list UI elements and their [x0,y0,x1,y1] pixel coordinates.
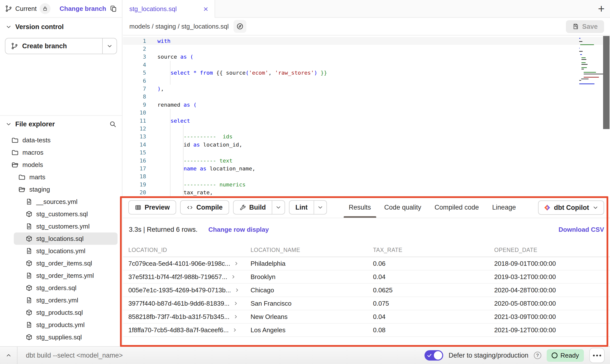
code-line-12[interactable]: 12 [123,125,610,132]
code-line-15[interactable]: 15 [123,149,610,156]
code-lines: 1with23source as (45 select * from {{ so… [123,36,610,197]
file-tree-item-models[interactable]: models [0,159,122,171]
expand-row-icon[interactable] [233,301,238,306]
code-line-5[interactable]: 5 select * from {{ source('ecom', 'raw_s… [123,69,610,77]
file-name: marts [29,173,45,181]
file-tree-item-macros[interactable]: macros [0,146,122,159]
tax-rate: 0.075 [373,300,494,307]
file-explorer-header[interactable]: File explorer [0,117,122,131]
file-tree-item-stg-order-items-yml[interactable]: stg_order_items.yml [0,269,122,282]
save-button[interactable]: Save [566,20,604,33]
change-branch-link[interactable]: Change branch [60,5,106,13]
expand-row-icon[interactable] [233,314,238,319]
tab-results[interactable]: Results [342,197,378,218]
file-tree-item-stg-locations-sql[interactable]: stg_locations.sql [14,232,118,245]
change-row-display-link[interactable]: Change row display [208,226,269,233]
code-editor[interactable]: 1with23source as (45 select * from {{ so… [123,36,610,197]
code-line-14[interactable]: 14 id as location_id, [123,141,610,149]
copy-icon[interactable] [110,5,117,12]
file-icon [26,272,33,279]
code-line-8[interactable]: 8 [123,93,610,101]
preview-button[interactable]: Preview [128,200,176,215]
file-tree-item-stg-products-yml[interactable]: stg_products.yml [0,319,122,331]
code-line-3[interactable]: 3source as ( [123,53,610,61]
lock-icon [42,6,48,11]
lint-button[interactable]: Lint [289,200,327,215]
code-line-17[interactable]: 17 name as location_name, [123,165,610,172]
file-name: stg_locations.yml [36,247,85,255]
breadcrumb: models / staging / stg_locations.sql [129,23,229,30]
more-options-button[interactable] [589,348,605,363]
location-id: 7c079cea-5ed4-4101-906e-9198c... [128,260,230,267]
line-number: 8 [123,94,151,100]
tab-compiled-code[interactable]: Compiled code [428,197,486,218]
expand-row-icon[interactable] [232,327,237,333]
compile-button[interactable]: Compile [180,200,229,215]
code-line-18[interactable]: 18 [123,173,610,181]
code-line-20[interactable]: 20 tax_rate, [123,188,610,196]
location-id: 3977f440-b87d-461b-9dd6-81839... [128,300,230,307]
code-line-9[interactable]: 9renamed as ( [123,101,610,109]
code-line-11[interactable]: 11 select [123,117,610,125]
help-icon[interactable]: ? [534,352,541,359]
results-meta-row: 3.3s | Returned 6 rows. Change row displ… [123,218,610,241]
file-tree-item--sources-yml[interactable]: __sources.yml [0,196,122,208]
expand-row-icon[interactable] [234,287,240,293]
create-branch-button[interactable]: Create branch [5,38,117,54]
file-icon [26,248,33,254]
editor-scrollbar[interactable] [603,36,610,129]
tab-code-quality[interactable]: Code quality [378,197,428,218]
new-tab-button[interactable]: + [598,3,605,14]
dbt-copilot-button[interactable]: dbt Copilot [538,200,604,215]
code-line-16[interactable]: 16 ---------- text [123,157,610,165]
opened-date: 2019-03-12T00:00:00 [494,273,610,281]
file-name: data-tests [22,136,51,144]
code-text: with [151,38,170,44]
code-line-10[interactable]: 10 [123,109,610,117]
code-line-19[interactable]: 19 ---------- numerics [123,181,610,188]
file-tree-item-marts[interactable]: marts [0,171,122,183]
location-id-cell: 1f8ffa70-7cb5-4d83-8a7f-9aceef6... [128,326,251,334]
create-branch-dropdown[interactable] [102,38,117,54]
search-icon[interactable] [109,120,117,128]
file-tree-item-stg-orders-sql[interactable]: stg_orders.sql [0,282,122,294]
file-tree-item-data-tests[interactable]: data-tests [0,134,122,146]
code-icon [186,204,193,211]
tab-bar: stg_locations.sql × + [123,0,610,18]
lineage-compass-button[interactable] [234,20,246,33]
file-tree-item-stg-order-items-sql[interactable]: stg_order_items.sql [0,257,122,269]
defer-toggle[interactable] [424,350,443,361]
expand-row-icon[interactable] [231,274,236,280]
code-line-13[interactable]: 13 ---------- ids [123,133,610,141]
file-tree-item-stg-customers-yml[interactable]: stg_customers.yml [0,220,122,232]
file-tree-item-stg-orders-yml[interactable]: stg_orders.yml [0,294,122,306]
file-tree-item-stg-locations-yml[interactable]: stg_locations.yml [0,245,122,257]
collapse-command-bar-button[interactable] [0,347,17,364]
file-tree-item-stg-supplies-sql[interactable]: stg_supplies.sql [0,331,122,343]
file-tree-item-stg-products-sql[interactable]: stg_products.sql [0,306,122,319]
file-tree-item-stg-customers-sql[interactable]: stg_customers.sql [0,208,122,220]
download-csv-link[interactable]: Download CSV [559,226,604,233]
location-id-cell: 858218fb-73f7-4b1b-a31f-57b345... [128,313,251,321]
command-input[interactable]: dbt build --select <model_name> [26,352,123,359]
code-line-6[interactable]: 6 [123,77,610,85]
tab-lineage[interactable]: Lineage [486,197,523,218]
create-branch-main[interactable]: Create branch [5,42,102,50]
tab-stg-locations-sql[interactable]: stg_locations.sql × [123,0,215,18]
chevron-down-icon [5,24,12,30]
minimap[interactable] [579,38,602,85]
code-line-7[interactable]: 7), [123,85,610,93]
code-line-1[interactable]: 1with [123,37,610,45]
current-branch[interactable]: Current [5,3,51,14]
version-control-header[interactable]: Version control [0,20,122,33]
location-id: 005e7e1c-1935-4269-b479-0713b... [128,286,231,294]
build-dropdown[interactable] [272,201,285,214]
expand-row-icon[interactable] [234,261,239,266]
close-icon[interactable]: × [203,5,208,13]
lint-dropdown[interactable] [314,201,326,214]
code-line-4[interactable]: 4 [123,61,610,69]
build-button[interactable]: Build [233,200,285,215]
tax-rate: 0.08 [373,326,494,334]
file-tree-item-staging[interactable]: staging [0,183,122,196]
code-line-2[interactable]: 2 [123,45,610,53]
